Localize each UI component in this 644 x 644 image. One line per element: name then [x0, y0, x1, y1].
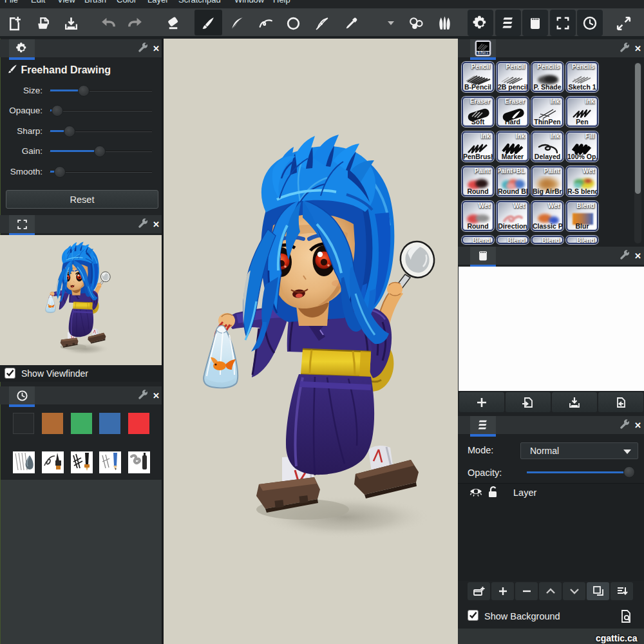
svg-text:B-Pen 1: B-Pen 1	[478, 52, 489, 55]
